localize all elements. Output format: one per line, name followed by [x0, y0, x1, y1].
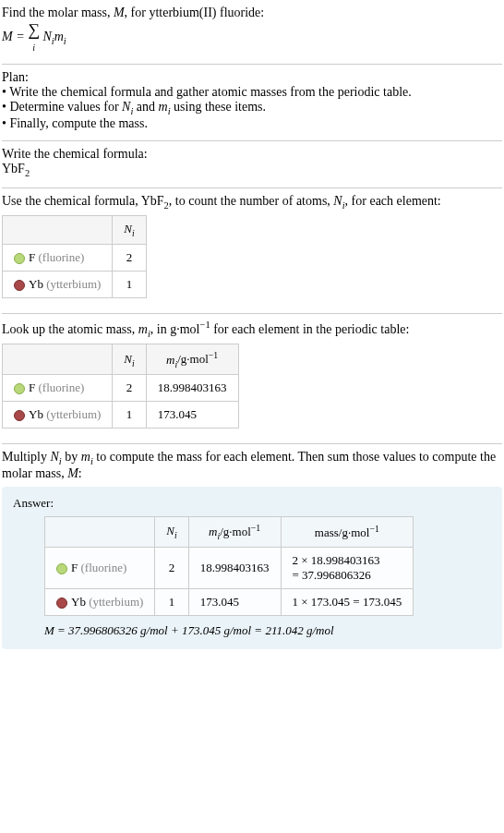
col-mi: mi/g·mol−1: [188, 517, 281, 548]
element-dot-icon: [14, 280, 25, 291]
n: N: [333, 194, 342, 208]
plan-bullet-2: • Determine values for Ni and mi using t…: [2, 100, 502, 116]
final-equation: M = 37.996806326 g/mol + 173.045 g/mol =…: [44, 623, 491, 638]
table-row: F (fluorine) 2: [3, 244, 147, 271]
divider: [2, 140, 502, 141]
eq-M: M: [2, 30, 13, 43]
molar-mass-equation: M = ∑i Nimi: [2, 20, 502, 54]
cell-n: 2: [155, 548, 188, 589]
h-exp: −1: [369, 524, 378, 534]
col-mi: mi/g·mol−1: [146, 344, 238, 375]
atom-count-table: Ni F (fluorine) 2 Yb (ytterbium) 1: [2, 215, 147, 298]
element-dot-icon: [56, 598, 67, 609]
element-dot-icon: [56, 563, 67, 574]
plan-b2c: using these items.: [171, 100, 266, 114]
var-Ni: Ni: [51, 450, 62, 464]
plan-bullet-1: • Write the chemical formula and gather …: [2, 85, 502, 100]
sigma-index: i: [32, 42, 35, 53]
table-row: F (fluorine) 2 18.998403163: [3, 375, 239, 402]
col-Ni: Ni: [113, 344, 146, 375]
cell-m: 18.998403163: [188, 548, 281, 589]
cell-n: 1: [155, 589, 188, 616]
plan-section: Plan: • Write the chemical formula and g…: [2, 66, 502, 139]
atomic-mass-table: Ni mi/g·mol−1 F (fluorine) 2 18.99840316…: [2, 344, 239, 429]
cell-m: 173.045: [146, 402, 238, 429]
step2-section: Use the chemical formula, YbF2, to count…: [2, 190, 502, 311]
cell-element: F (fluorine): [3, 244, 113, 271]
eq-eq: =: [13, 30, 28, 43]
table-row: Yb (ytterbium) 1 173.045 1 × 173.045 = 1…: [45, 589, 414, 616]
eq-m-sub: i: [64, 36, 66, 46]
col-Ni: Ni: [155, 517, 188, 548]
cell-n: 1: [113, 402, 146, 429]
cell-element: Yb (ytterbium): [3, 402, 113, 429]
s3exp: −1: [199, 320, 210, 330]
var-mi: mi: [138, 322, 150, 336]
cell-n: 1: [113, 271, 146, 297]
plan-title: Plan:: [2, 70, 502, 85]
eq-m: m: [54, 30, 64, 43]
intro-text-b: , for ytterbium(II) fluoride:: [125, 6, 265, 19]
s4b: by: [62, 450, 81, 464]
s3a: Look up the atomic mass,: [2, 322, 138, 336]
answer-box: Answer: Ni mi/g·mol−1 mass/g·mol−1 F (fl…: [2, 487, 502, 649]
table-row: Yb (ytterbium) 1: [3, 271, 147, 297]
step2-text: Use the chemical formula, YbF2, to count…: [2, 194, 502, 211]
formula-sub: 2: [25, 168, 30, 178]
var-mi: mi: [159, 100, 171, 114]
s3c: for each element in the periodic table:: [210, 322, 410, 336]
var-Ni: Ni: [122, 100, 133, 114]
cell-element: Yb (ytterbium): [45, 589, 155, 616]
col-element: [3, 344, 113, 375]
final-text: = 37.996806326 g/mol + 173.045 g/mol = 2…: [54, 623, 334, 637]
element-dot-icon: [14, 410, 25, 421]
cell-m: 173.045: [188, 589, 281, 616]
el-sym: Yb: [71, 595, 86, 609]
h-exp: −1: [251, 523, 260, 533]
intro-line1: Find the molar mass, M, for ytterbium(II…: [2, 6, 502, 20]
plan-b2a: • Determine values for: [2, 100, 122, 114]
col-element: [3, 216, 113, 245]
eq-N: N: [42, 30, 51, 43]
el-name: (ytterbium): [43, 407, 101, 421]
intro-section: Find the molar mass, M, for ytterbium(II…: [2, 2, 502, 62]
table-row: F (fluorine) 2 18.998403163 2 × 18.99840…: [45, 548, 414, 589]
s2c: , for each element:: [345, 194, 441, 208]
final-M: M: [44, 623, 54, 637]
element-dot-icon: [14, 253, 25, 264]
cell-m: 18.998403163: [146, 375, 238, 402]
divider: [2, 313, 502, 314]
m: m: [159, 100, 168, 114]
m: m: [81, 450, 90, 464]
col-mass: mass/g·mol−1: [281, 517, 414, 548]
plan-b2b: and: [133, 100, 158, 114]
answer-label: Answer:: [13, 496, 491, 511]
h-N: N: [124, 352, 132, 366]
var-M: M: [67, 466, 78, 480]
h-unit: /g·mol: [177, 353, 209, 367]
step3-text: Look up the atomic mass, mi, in g·mol−1 …: [2, 320, 502, 338]
cell-mass: 1 × 173.045 = 173.045: [281, 589, 414, 616]
intro-text-a: Find the molar mass,: [2, 6, 114, 19]
cell-element: F (fluorine): [3, 375, 113, 402]
step4-section: Multiply Ni by mi to compute the mass fo…: [2, 446, 502, 657]
s3b: , in g·mol: [150, 322, 200, 336]
h-N: N: [124, 222, 132, 235]
var-Ni: Ni: [333, 194, 344, 208]
cell-mass: 2 × 18.998403163= 37.996806326: [281, 548, 414, 589]
table-row: Yb (ytterbium) 1 173.045: [3, 402, 239, 429]
step3-section: Look up the atomic mass, mi, in g·mol−1 …: [2, 316, 502, 441]
el-sym: Yb: [29, 407, 43, 421]
el-name: (ytterbium): [86, 595, 143, 609]
table-header-row: Ni mi/g·mol−1 mass/g·mol−1: [45, 517, 414, 548]
element-dot-icon: [14, 383, 25, 394]
step4-text: Multiply Ni by mi to compute the mass fo…: [2, 450, 502, 481]
formula-text: YbF: [2, 162, 25, 175]
divider: [2, 443, 502, 444]
h-i: i: [174, 530, 177, 540]
var-M: M: [114, 6, 125, 19]
plan-bullet-3: • Finally, compute the mass.: [2, 116, 502, 131]
var-mi: mi: [81, 450, 93, 464]
col-element: [45, 517, 155, 548]
el-name: (fluorine): [78, 561, 126, 574]
